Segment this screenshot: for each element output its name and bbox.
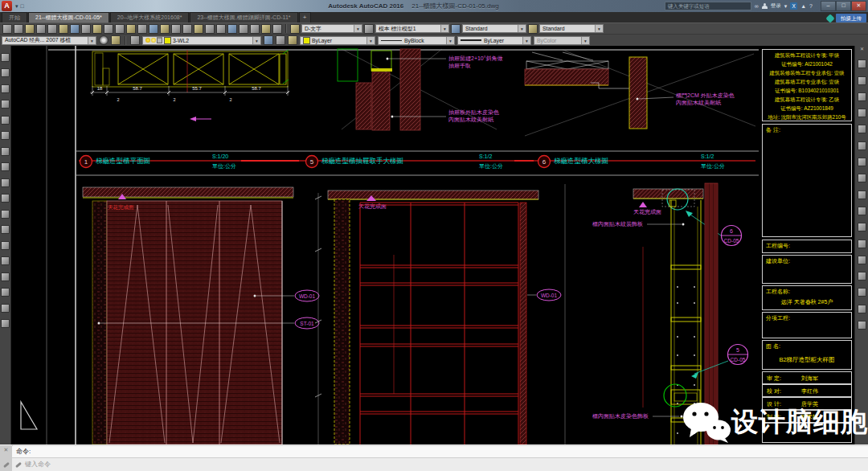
layer-thaw-icon[interactable] [151,38,156,43]
array-icon[interactable] [858,125,866,133]
move-icon[interactable] [858,141,866,150]
erase-icon[interactable] [858,59,866,68]
layer-on-icon[interactable] [145,38,150,43]
command-close-icon[interactable]: ✕ [0,445,12,455]
signin-dropdown-icon[interactable]: ▾ [784,2,788,10]
chevron-down-icon[interactable]: ▾ [88,37,96,44]
plot-preview-icon[interactable] [47,24,57,34]
a360-icon[interactable]: ▲ [800,2,806,10]
chevron-down-icon[interactable]: ▾ [366,37,375,44]
workspace-combo[interactable]: AutoCAD 经典... 2007 移植 ▾ [2,36,96,45]
pan-icon[interactable] [160,24,170,34]
explode-icon[interactable] [858,321,866,330]
color-combo[interactable]: ByLayer ▾ [300,36,375,45]
command-customize-wrench-icon[interactable] [2,462,9,468]
make-layer-current-icon[interactable] [264,35,273,45]
extend-icon[interactable] [858,223,866,231]
file-tab[interactable]: 20--地坪大樣系統201608* [110,12,190,23]
lineweight-combo[interactable]: ByLayer ▾ [457,36,531,45]
workspace-switch-icon[interactable] [111,35,121,45]
break-at-point-icon[interactable] [858,240,866,248]
help-icon[interactable]: ? [809,2,813,10]
undo-icon[interactable] [137,24,147,34]
layer-combo[interactable]: 3-WL2 ▾ [142,36,261,45]
tool-palettes-icon[interactable] [227,24,237,34]
plot-icon[interactable] [36,24,46,34]
file-tab[interactable]: 开始 [2,12,27,23]
zoom-previous-icon[interactable] [194,24,203,34]
cabinet-elevation-drawing[interactable]: 天花完成面 WD-01 ST-01 [83,187,319,444]
layer-properties-manager-icon[interactable] [130,35,140,45]
designcenter-icon[interactable] [216,24,226,34]
chevron-down-icon[interactable]: ▾ [446,37,454,44]
save-icon[interactable] [25,24,35,34]
copy-icon[interactable] [92,24,102,34]
upload-button[interactable]: 拍摄上传 [836,14,866,23]
signin-person-icon[interactable] [762,3,768,10]
restore-button[interactable]: □ [836,1,851,11]
chevron-down-icon[interactable]: ▾ [440,25,448,32]
signin-label[interactable]: 登录 [771,2,781,10]
file-tab[interactable]: 21--櫃體大樣圖-CD-01-05* [28,12,109,23]
qat-dropdown-icon[interactable]: ▾ [15,3,18,10]
minimize-button[interactable]: – [821,1,836,11]
chevron-down-icon[interactable]: ▾ [595,25,603,32]
cut-icon[interactable] [81,24,91,34]
layer-states-icon[interactable] [288,35,297,45]
quickcalc-icon[interactable] [261,24,271,34]
drawing-canvas[interactable]: 18 58.7 55.7 58.7 2 2 2 [0,46,761,444]
text-style-combo[interactable]: D-文字 ▾ [301,24,362,33]
toolbar-close-icon[interactable]: ✕ [855,46,868,52]
layer-previous-icon[interactable] [276,35,285,45]
dim-style-icon[interactable] [364,24,374,34]
transfer-icon[interactable] [70,24,80,34]
trim-icon[interactable] [858,207,866,215]
match-properties-icon[interactable] [115,24,125,34]
help-icon[interactable] [272,24,282,34]
command-input[interactable]: 键入命令 [12,458,868,471]
help-search-input[interactable]: 键入关键字或短语 [665,2,751,10]
upload-plugin-icon[interactable] [825,14,834,23]
command-wrench-icon[interactable] [15,461,22,467]
table-style-combo[interactable]: Standard ▾ [462,24,526,33]
search-icon[interactable]: ∞ [755,2,759,10]
publish-icon[interactable] [59,24,68,34]
table-style-icon[interactable] [451,24,461,34]
command-window[interactable]: ✕ 命令: 键入命令 [0,444,868,471]
plan-view-drawing[interactable]: 18 58.7 55.7 58.7 2 2 2 [90,50,289,121]
cabinet-section-drawing[interactable]: 天花完成面 WD-01 [315,190,561,444]
zoom-realtime-icon[interactable] [171,24,181,34]
exchange-apps-icon[interactable]: X [790,2,797,10]
new-drawing-tab-button[interactable]: + [299,12,311,23]
chamfer-icon[interactable] [858,288,866,297]
mirror-icon[interactable] [858,92,866,101]
text-style-icon[interactable] [290,24,300,34]
chevron-down-icon[interactable]: ▾ [354,25,362,32]
copy-icon[interactable] [858,76,866,85]
redo-icon[interactable] [149,24,158,34]
markup-icon[interactable] [250,24,260,34]
model-space-viewport[interactable]: 18 58.7 55.7 58.7 2 2 2 [0,46,868,444]
join-icon[interactable] [858,272,866,281]
file-tab[interactable]: 23--櫃體大樣圖,櫃體踢腳詳圖-CD-11* [190,12,297,23]
cabinet-door-detail-drawing[interactable]: 櫃門2CM 外貼木皮染色 內面貼木紋美耐紙 [525,50,755,136]
drawer-pull-detail-drawing[interactable]: 抽屜留縫2+10°斜角做 抽屜手取 抽屜板外貼木皮染色 內面貼木紋美耐紙 [338,49,503,130]
open-icon[interactable] [14,24,23,34]
close-button[interactable]: ✕ [851,1,866,11]
scale-icon[interactable] [858,174,866,182]
qat-workspace-icon[interactable]: □ [21,3,24,10]
break-icon[interactable] [858,256,866,264]
dim-style-combo[interactable]: 模本 標注模型1 ▾ [375,24,449,33]
properties-icon[interactable] [205,24,215,34]
stretch-icon[interactable] [858,190,866,199]
mleader-style-icon[interactable] [528,24,538,34]
chevron-down-icon[interactable]: ▾ [252,37,260,44]
linetype-combo[interactable]: ByBlock ▾ [378,36,455,45]
autocad-logo-icon[interactable]: A [2,1,12,11]
zoom-window-icon[interactable] [182,24,192,34]
rotate-icon[interactable] [858,158,866,166]
offset-icon[interactable] [858,109,866,117]
chevron-down-icon[interactable]: ▾ [522,37,530,44]
paste-icon[interactable] [104,24,113,34]
mleader-style-combo[interactable]: Standard ▾ [539,24,604,33]
